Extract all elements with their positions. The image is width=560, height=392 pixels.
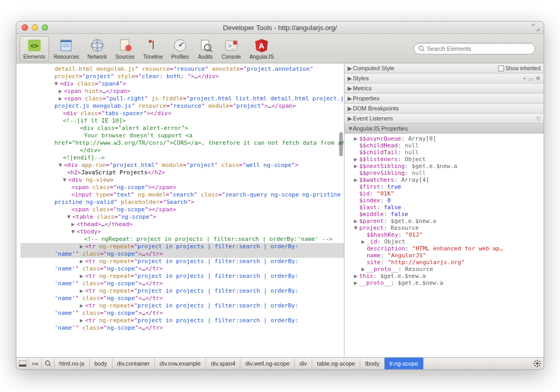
tab-network[interactable]: Network xyxy=(84,36,111,61)
breadcrumb-item[interactable]: div.well.ng-scope xyxy=(240,358,295,370)
angularjs-icon: A xyxy=(254,38,269,53)
selected-dom-node[interactable]: ▶<tr ng-repeat="project in projects | fi… xyxy=(21,243,344,258)
tab-label: Profiles xyxy=(171,54,189,60)
breadcrumb-item-selected[interactable]: tr.ng-scope xyxy=(385,358,423,370)
console-icon: >_ xyxy=(223,38,239,53)
tab-label: Console xyxy=(222,54,241,60)
disclosure-triangle[interactable]: ▶ xyxy=(80,273,85,280)
tab-audits[interactable]: Audits xyxy=(194,36,217,61)
resources-icon xyxy=(59,38,74,53)
svg-point-27 xyxy=(45,361,50,365)
tab-profiles[interactable]: Profiles xyxy=(167,36,192,61)
breadcrumb-item[interactable]: tbody xyxy=(360,358,385,370)
svg-point-22 xyxy=(419,46,423,50)
svg-point-10 xyxy=(125,45,132,51)
toolbar: <> Elements Resources Network Sources Ti… xyxy=(16,34,544,63)
svg-point-29 xyxy=(536,362,538,365)
show-inherited-checkbox[interactable] xyxy=(498,66,504,71)
disclosure-triangle[interactable]: ▶ xyxy=(71,221,77,228)
search-elements[interactable] xyxy=(414,43,535,54)
section-metrics[interactable]: ▶Metrics xyxy=(344,83,544,94)
sidebar-panel: ▶Computed StyleShow inherited ▶Styles+⚏✻… xyxy=(344,63,544,357)
disclosure-triangle[interactable]: ▼ xyxy=(63,176,68,184)
tab-label: Resources xyxy=(54,54,79,60)
breadcrumb-item[interactable]: html.no-js xyxy=(54,358,90,370)
profiles-icon xyxy=(172,38,188,53)
svg-point-20 xyxy=(233,41,237,45)
svg-line-17 xyxy=(210,50,212,52)
tab-label: AngularJS xyxy=(249,54,274,60)
dock-icon[interactable] xyxy=(16,358,29,370)
tab-sources[interactable]: Sources xyxy=(111,36,138,61)
tab-label: Network xyxy=(88,54,107,60)
devtools-window: Developer Tools - http://angularjs.org/ … xyxy=(16,21,544,370)
section-styles[interactable]: ▶Styles+⚏✻ xyxy=(344,73,544,83)
scrollbar-thumb[interactable] xyxy=(339,132,343,156)
breadcrumb-item[interactable]: body xyxy=(90,358,113,370)
svg-line-34 xyxy=(535,361,536,362)
tab-label: Timeline xyxy=(143,54,163,60)
disclosure-triangle[interactable]: ▶ xyxy=(80,317,85,324)
dom-tree-panel[interactable]: detail.html mongolab.js" resource="resou… xyxy=(16,63,344,357)
disclosure-triangle[interactable]: ▶ xyxy=(59,88,64,95)
breadcrumb-item[interactable]: div.span4 xyxy=(206,358,240,370)
tab-console[interactable]: >_ Console xyxy=(218,36,245,61)
window-title: Developer Tools - http://angularjs.org/ xyxy=(16,24,544,32)
elements-icon: <> xyxy=(26,38,42,53)
search-icon xyxy=(418,45,425,52)
content-area: detail.html mongolab.js" resource="resou… xyxy=(16,63,544,357)
disclosure-triangle[interactable]: ▼ xyxy=(54,80,60,88)
svg-text:<>: <> xyxy=(30,42,39,50)
disclosure-triangle[interactable]: ▼ xyxy=(59,162,64,169)
svg-line-36 xyxy=(535,365,536,366)
tab-label: Elements xyxy=(23,54,45,60)
section-computed-style[interactable]: ▶Computed StyleShow inherited xyxy=(344,63,544,73)
filter-icon[interactable]: ▽ xyxy=(536,115,540,122)
disclosure-triangle[interactable]: ▼ xyxy=(67,213,72,221)
disclosure-triangle[interactable]: ▶ xyxy=(59,95,64,102)
disclosure-triangle[interactable]: ▶ xyxy=(80,243,85,250)
svg-rect-3 xyxy=(61,40,71,42)
console-toggle-icon[interactable]: >≡ xyxy=(29,358,42,370)
breadcrumb-item[interactable]: div.row.example xyxy=(155,358,206,370)
tab-resources[interactable]: Resources xyxy=(50,36,83,61)
search-input[interactable] xyxy=(427,45,530,52)
expand-icon[interactable] xyxy=(532,24,539,31)
svg-line-35 xyxy=(539,365,540,366)
tab-angularjs[interactable]: A AngularJS xyxy=(246,36,277,61)
angularjs-properties-list[interactable]: ▶$$asyncQueue: Array[0] $$childHead: nul… xyxy=(344,134,544,357)
audits-icon xyxy=(198,38,213,53)
svg-line-28 xyxy=(49,365,51,366)
toolbar-tabs: <> Elements Resources Network Sources Ti… xyxy=(20,36,278,61)
breadcrumb-item[interactable]: div.container xyxy=(113,358,155,370)
network-icon xyxy=(89,38,105,53)
tab-label: Audits xyxy=(198,54,213,60)
disclosure-triangle[interactable]: ▼ xyxy=(71,228,77,236)
disclosure-triangle[interactable]: ▶ xyxy=(80,302,85,310)
titlebar: Developer Tools - http://angularjs.org/ xyxy=(16,22,544,34)
disclosure-triangle[interactable]: ▶ xyxy=(80,287,85,295)
disclosure-triangle[interactable]: ▶ xyxy=(80,258,85,265)
svg-text:A: A xyxy=(259,41,265,50)
timeline-icon xyxy=(145,38,161,53)
settings-icon[interactable] xyxy=(531,360,544,367)
svg-line-23 xyxy=(423,50,424,51)
section-dom-breakpoints[interactable]: ▶DOM Breakpoints xyxy=(344,104,544,114)
section-angularjs-properties[interactable]: ▼AngularJS Properties xyxy=(344,124,544,134)
inspect-icon[interactable] xyxy=(42,358,54,370)
plus-icon[interactable]: + xyxy=(523,75,526,81)
breadcrumb-item[interactable]: div xyxy=(295,358,312,370)
gear-icon[interactable]: ✻ xyxy=(536,75,540,82)
state-icon[interactable]: ⚏ xyxy=(528,75,534,82)
tab-label: Sources xyxy=(115,54,135,60)
breadcrumb-bar: >≡ html.no-js body div.container div.row… xyxy=(16,357,544,369)
svg-line-37 xyxy=(539,361,540,362)
svg-text:>≡: >≡ xyxy=(32,361,38,367)
breadcrumb-item[interactable]: table.ng-scope xyxy=(312,358,360,370)
svg-rect-25 xyxy=(19,365,26,367)
svg-point-14 xyxy=(179,44,181,46)
section-event-listeners[interactable]: ▶Event Listeners▽ xyxy=(344,114,544,124)
tab-timeline[interactable]: Timeline xyxy=(139,36,166,61)
tab-elements[interactable]: <> Elements xyxy=(20,36,49,61)
section-properties[interactable]: ▶Properties xyxy=(344,94,544,104)
